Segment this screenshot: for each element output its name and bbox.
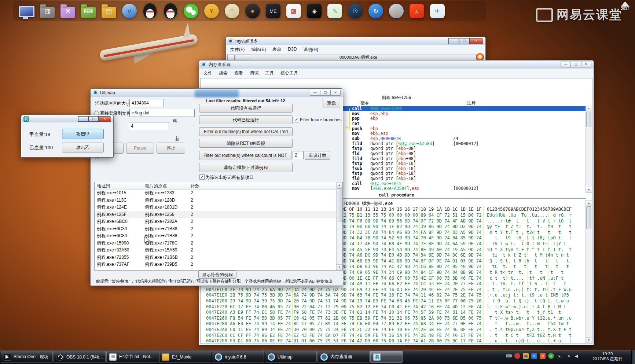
tray-photo-tool-icon[interactable]: ▣: [523, 353, 529, 359]
callcount-input[interactable]: 2: [293, 151, 304, 159]
menu-item[interactable]: 搜索: [219, 70, 228, 76]
routine-row[interactable]: 例程.exe+1015例程.exe+12832: [95, 190, 337, 197]
maximize-button[interactable]: ▢: [459, 38, 470, 44]
hex-row[interactable]: 0047E220 6C 17 FE 74 80 46 05 77 90 22 0…: [206, 304, 572, 310]
close-button[interactable]: ✕: [330, 90, 341, 96]
taskbar-item-E:\章节.txt - Not...[interactable]: E:\章节.txt - Not...: [106, 351, 158, 363]
menu-item[interactable]: 文件: [203, 70, 212, 76]
menu-item[interactable]: D3D: [288, 47, 297, 53]
tray-antivirus-ball-icon[interactable]: [514, 353, 520, 359]
attack-b-button[interactable]: 攻击乙: [62, 143, 104, 152]
tools-folder-icon[interactable]: ⚒: [60, 3, 76, 19]
minimize-button[interactable]: —: [78, 116, 88, 122]
hex-row[interactable]: 0047E280 A6 E4 FF 74 99 14 FE 74 BC C7 0…: [206, 321, 572, 327]
game-titlebar[interactable]: 易 — ▢ ✕: [21, 115, 113, 122]
scrollbar-thumb[interactable]: [337, 188, 342, 222]
maximize-button[interactable]: ▢: [320, 90, 330, 96]
hex-row[interactable]: 0047E1E0 2B 75 9D 74 75 3B 9D 74 6A 74 9…: [206, 293, 572, 298]
scroll-down-arrow[interactable]: ▼: [586, 187, 592, 192]
fl-studio-icon[interactable]: ●: [245, 3, 260, 19]
code-not-executed-button[interactable]: 代码没有被运行: [199, 104, 293, 113]
column-instruction[interactable]: 指令: [360, 100, 369, 106]
filter-not-called-button[interactable]: Filter out routine(s) that where not CAL…: [199, 127, 293, 136]
tray-keyboard-icon[interactable]: ⌨: [506, 353, 512, 359]
close-button[interactable]: ✕: [470, 38, 483, 44]
netease-music-icon[interactable]: ♫: [409, 3, 425, 19]
routine-rows[interactable]: 例程.exe+1015例程.exe+12832例程.exe+113C例程.exe…: [95, 190, 337, 270]
attack-a-button[interactable]: 攻击甲: [62, 129, 104, 139]
routine-row[interactable]: 例程.exe+33A50例程.exe+15A592: [95, 247, 337, 254]
hex-row[interactable]: 0047E2E0 F3 D1 00 75 00 0E FE 74 D1 D1 0…: [206, 338, 572, 343]
scroll-down-arrow[interactable]: ▼: [337, 264, 342, 270]
routine-row[interactable]: 例程.exe+124E例程.exe+1831D2: [95, 204, 337, 211]
maximize-button[interactable]: ▢: [88, 116, 99, 122]
hex-scrollbar[interactable]: ▲ ▼: [586, 200, 592, 343]
v-browser-icon[interactable]: V: [122, 3, 137, 19]
code-executed-button[interactable]: 代码已经运行: [199, 115, 293, 124]
menu-item[interactable]: 核心工具: [280, 70, 298, 76]
notepad-plus-icon[interactable]: ✎: [327, 3, 342, 19]
hex-row[interactable]: 0047E200 29 74 9D 74 39 75 9D 74 20 74 9…: [206, 298, 572, 304]
hex-row[interactable]: 0047E2A0 C0 11 FE 74 B9 34 FE 74 30 70 0…: [206, 327, 572, 333]
apps-folder-icon[interactable]: ▦: [40, 3, 55, 19]
my-computer-icon[interactable]: [19, 3, 34, 19]
show-desktop-button[interactable]: [631, 350, 635, 364]
scroll-down-arrow[interactable]: ▼: [586, 337, 592, 343]
routine-row[interactable]: 例程.exe+113C例程.exe+128D2: [95, 197, 337, 204]
yy-voice-icon[interactable]: Y: [204, 3, 219, 19]
stop-button[interactable]: 停止: [157, 143, 185, 154]
scroll-up-arrow[interactable]: ▲: [337, 183, 342, 188]
docs-folder-icon[interactable]: ▤: [101, 3, 117, 19]
mystuff-titlebar[interactable]: mystuff 6.6 — ▢ ✕: [226, 37, 485, 45]
menu-item[interactable]: 调试: [250, 70, 258, 76]
column-comment[interactable]: 注释: [467, 100, 476, 106]
maximize-button[interactable]: ▢: [571, 62, 581, 67]
games-folder-icon[interactable]: ⌨: [81, 3, 96, 19]
reset-button[interactable]: 重设: [323, 98, 340, 108]
routine-row[interactable]: 例程.exe+6C30例程.exe+71B882: [95, 225, 337, 233]
minimize-button[interactable]: —: [561, 62, 571, 67]
taskbar-clock[interactable]: 19:29 2017\8\6 星期日: [586, 351, 629, 361]
routine-row[interactable]: 例程.exe+6BC0例程.exe+7382A2: [95, 218, 337, 225]
tray-usb-device-icon[interactable]: ⇥: [565, 353, 571, 359]
xunlei-icon[interactable]: ✈: [430, 3, 445, 19]
column-last-origin[interactable]: 最后的原点: [145, 183, 167, 189]
close-button[interactable]: ✕: [99, 116, 111, 122]
mid-input[interactable]: 4: [129, 122, 169, 130]
taskbar-item-Ultimap[interactable]: Ultimap: [265, 351, 317, 363]
list-scrollbar[interactable]: ▲ ▼: [336, 182, 342, 270]
routine-row[interactable]: 例程.exe+6C80例程.exe+71B882: [95, 232, 337, 240]
disassembly-scrollbar[interactable]: ▲ ▼: [586, 106, 592, 193]
menu-item[interactable]: 文件(F): [230, 47, 245, 53]
unity-icon[interactable]: ◈: [307, 3, 322, 19]
taskbar-item-OBS 18.0.1 (64b...[interactable]: OBS 18.0.1 (64b...: [54, 351, 106, 363]
overwatch-icon[interactable]: ◎: [389, 3, 404, 19]
minimize-button[interactable]: —: [310, 90, 320, 96]
taskbar-item-mystuff 6.6[interactable]: mystuff 6.6: [212, 351, 264, 363]
reset-count-button[interactable]: 重设计数: [305, 151, 330, 160]
menu-item[interactable]: 查看: [234, 70, 243, 76]
qq-browser-icon[interactable]: ↻: [368, 3, 383, 19]
taskbar-item-Studio One - 现场[interactable]: Studio One - 现场: [1, 351, 53, 363]
taskbar-item-E:\_Movie[interactable]: E:\_Movie: [159, 351, 211, 363]
routine-row[interactable]: 例程.exe+72355例程.exe+71B6B2: [95, 254, 337, 261]
hex-row[interactable]: 0047E240 A3 E9 FF 74 EC 58 FE 74 F9 58 F…: [206, 310, 572, 316]
pause-button[interactable]: Pause: [126, 143, 154, 154]
routine-row[interactable]: 例程.exe+15990例程.exe+7178C2: [95, 240, 337, 247]
taskbar-item-内存查看器[interactable]: 内存查看器: [318, 351, 370, 363]
hex-row[interactable]: 0047E1C0 2E 74 9D 74 75 6A 9D 74 3A 74 9…: [206, 287, 572, 293]
tray-safety-green-icon[interactable]: ✓: [548, 353, 554, 359]
hex-row[interactable]: 0047E2C0 CC CF FF 74 96 E2 FE 74 E2 43 F…: [206, 333, 572, 339]
log-file-input[interactable]: c:\log.dat: [129, 109, 195, 117]
mark-new-items-checkbox[interactable]: ✓: [199, 174, 205, 180]
tray-volume-icon[interactable]: ◀: [573, 353, 579, 359]
qq-1-icon[interactable]: [142, 3, 158, 19]
filter-future-branches-checkbox[interactable]: ✓: [294, 117, 299, 122]
scrollbar-thumb[interactable]: [586, 112, 591, 127]
column-count[interactable]: 计数: [191, 183, 199, 189]
menu-item[interactable]: 说明(H): [303, 47, 318, 53]
scroll-up-arrow[interactable]: ▲: [586, 106, 592, 111]
steam-icon[interactable]: ☉: [348, 3, 363, 19]
filter-callcount-button[interactable]: Filter out routine(s) where callcount is…: [199, 151, 291, 160]
tray-v-app-icon[interactable]: V: [531, 353, 537, 359]
